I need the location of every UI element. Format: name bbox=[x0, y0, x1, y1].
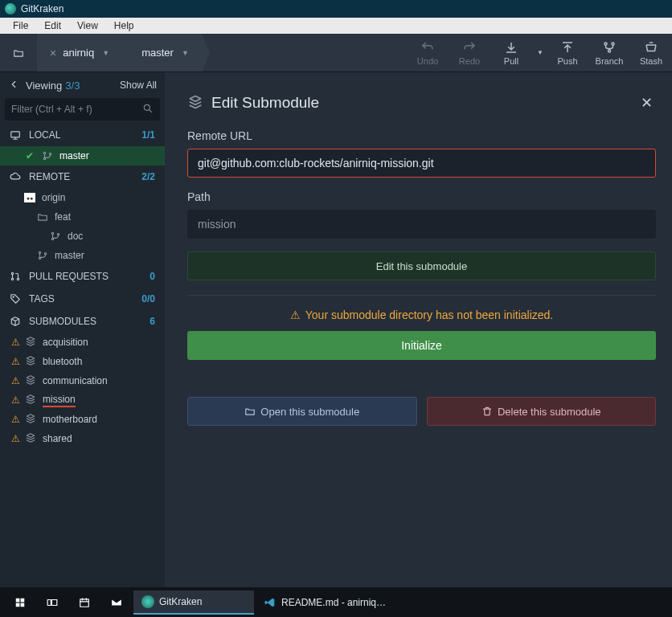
svg-rect-24 bbox=[80, 599, 89, 606]
window-titlebar: GitKraken bbox=[0, 0, 672, 18]
svg-rect-18 bbox=[16, 598, 20, 602]
submodule-shared[interactable]: ⚠ shared bbox=[0, 429, 165, 448]
pull-request-icon bbox=[10, 271, 21, 282]
taskbar-gitkraken[interactable]: GitKraken bbox=[133, 590, 254, 615]
chevron-down-icon[interactable]: ▼ bbox=[102, 49, 109, 57]
close-icon[interactable]: × bbox=[50, 47, 56, 59]
sidebar-viewing-header: Viewing 3/3 Show All bbox=[0, 72, 165, 98]
svg-rect-23 bbox=[51, 599, 56, 605]
sidebar: Viewing 3/3 Show All Filter (Ctrl + Alt … bbox=[0, 72, 165, 587]
mail-button[interactable] bbox=[101, 590, 132, 615]
app-title: GitKraken bbox=[21, 3, 64, 14]
trash-icon bbox=[481, 406, 493, 417]
submodule-communication[interactable]: ⚠ communication bbox=[0, 371, 165, 390]
warning-icon: ⚠ bbox=[11, 337, 20, 348]
pull-dropdown[interactable]: ▼ bbox=[532, 49, 547, 56]
pull-button[interactable]: Pull bbox=[490, 40, 532, 66]
repo-name: anirniq bbox=[63, 47, 94, 59]
svg-rect-21 bbox=[21, 603, 25, 607]
section-submodules[interactable]: SUBMODULES 6 bbox=[0, 310, 165, 333]
pull-icon bbox=[504, 40, 518, 55]
filter-input[interactable]: Filter (Ctrl + Alt + f) bbox=[5, 98, 160, 121]
svg-point-0 bbox=[604, 43, 607, 45]
filter-placeholder: Filter (Ctrl + Alt + f) bbox=[11, 104, 92, 115]
toolbar: × anirniq ▼ master ▼ Undo Redo Pull ▼ Pu… bbox=[0, 34, 672, 72]
menu-file[interactable]: File bbox=[5, 18, 36, 33]
stack-icon bbox=[187, 94, 203, 112]
stash-button[interactable]: Stash bbox=[630, 34, 672, 72]
taskbar-readme[interactable]: README.md - anirniq… bbox=[256, 590, 394, 615]
stash-icon bbox=[644, 40, 658, 55]
svg-point-3 bbox=[144, 104, 150, 110]
folder-tab-icon[interactable] bbox=[0, 47, 37, 59]
stack-icon bbox=[25, 432, 36, 446]
remote-origin[interactable]: ●● origin bbox=[0, 188, 165, 207]
search-icon bbox=[142, 103, 154, 116]
section-remote[interactable]: REMOTE 2/2 bbox=[0, 165, 165, 188]
remote-url-input[interactable] bbox=[187, 149, 656, 178]
task-view-button[interactable] bbox=[37, 590, 68, 615]
chevron-down-icon[interactable]: ▼ bbox=[182, 49, 189, 57]
remote-branch-doc[interactable]: doc bbox=[0, 227, 165, 246]
content-area: Edit Submodule ✕ Remote URL Path Edit th… bbox=[165, 72, 672, 587]
initialize-button[interactable]: Initialize bbox=[187, 331, 656, 360]
submodule-bluetooth[interactable]: ⚠ bluetooth bbox=[0, 352, 165, 371]
repo-crumb[interactable]: × anirniq ▼ bbox=[37, 34, 122, 72]
branch-icon bbox=[37, 250, 48, 261]
push-button[interactable]: Push bbox=[547, 34, 588, 72]
branch-name: master bbox=[141, 47, 174, 59]
open-submodule-button[interactable]: Open this submodule bbox=[187, 397, 417, 426]
branch-button[interactable]: Branch bbox=[588, 34, 630, 72]
branch-icon bbox=[42, 150, 53, 161]
close-panel-button[interactable]: ✕ bbox=[637, 91, 656, 115]
undo-button[interactable]: Undo bbox=[407, 34, 449, 72]
warning-icon: ⚠ bbox=[11, 375, 20, 386]
path-label: Path bbox=[187, 190, 656, 203]
submodule-motherboard[interactable]: ⚠ motherboard bbox=[0, 410, 165, 429]
show-all-link[interactable]: Show All bbox=[120, 80, 157, 91]
start-button[interactable] bbox=[5, 590, 35, 615]
viewing-label: Viewing bbox=[26, 80, 62, 92]
menubar: File Edit View Help bbox=[0, 18, 672, 34]
origin-icon: ●● bbox=[24, 193, 35, 202]
branch-icon bbox=[602, 40, 617, 55]
redo-button[interactable]: Redo bbox=[449, 34, 490, 72]
remote-folder-feat[interactable]: feat bbox=[0, 207, 165, 227]
section-local[interactable]: LOCAL 1/1 bbox=[0, 124, 165, 146]
edit-submodule-button[interactable]: Edit this submodule bbox=[187, 251, 656, 280]
section-pull-requests[interactable]: PULL REQUESTS 0 bbox=[0, 265, 165, 288]
chevron-left-icon[interactable] bbox=[8, 79, 19, 92]
branch-icon bbox=[50, 231, 61, 242]
stack-icon bbox=[25, 394, 36, 407]
stack-icon bbox=[25, 374, 36, 388]
gitkraken-logo-icon bbox=[5, 3, 16, 14]
folder-icon bbox=[37, 211, 48, 223]
panel-title: Edit Submodule bbox=[211, 94, 319, 112]
section-tags[interactable]: TAGS 0/0 bbox=[0, 288, 165, 310]
branch-crumb[interactable]: master ▼ bbox=[122, 34, 202, 72]
stack-icon bbox=[25, 336, 36, 349]
cloud-icon bbox=[10, 171, 21, 182]
svg-point-1 bbox=[612, 43, 614, 45]
submodule-icon bbox=[10, 316, 21, 327]
menu-help[interactable]: Help bbox=[106, 18, 142, 33]
svg-rect-19 bbox=[21, 598, 25, 602]
warning-message: ⚠ Your submodule directory has not been … bbox=[187, 308, 656, 321]
vscode-icon bbox=[264, 596, 277, 609]
submodule-acquisition[interactable]: ⚠ acquisition bbox=[0, 333, 165, 352]
submodule-mission[interactable]: ⚠ mission bbox=[0, 390, 165, 410]
svg-point-2 bbox=[608, 50, 611, 52]
menu-edit[interactable]: Edit bbox=[36, 18, 69, 33]
redo-icon bbox=[462, 40, 477, 55]
menu-view[interactable]: View bbox=[69, 18, 106, 33]
undo-icon bbox=[420, 40, 435, 55]
remote-branch-master[interactable]: master bbox=[0, 246, 165, 265]
local-branch-master[interactable]: ✔ master bbox=[0, 146, 165, 165]
windows-taskbar: GitKraken README.md - anirniq… bbox=[0, 587, 672, 617]
delete-submodule-button[interactable]: Delete this submodule bbox=[427, 397, 657, 426]
svg-rect-22 bbox=[47, 599, 51, 605]
svg-rect-20 bbox=[16, 603, 20, 607]
calendar-button[interactable] bbox=[69, 590, 100, 615]
stack-icon bbox=[25, 413, 36, 427]
warning-icon: ⚠ bbox=[11, 356, 20, 367]
